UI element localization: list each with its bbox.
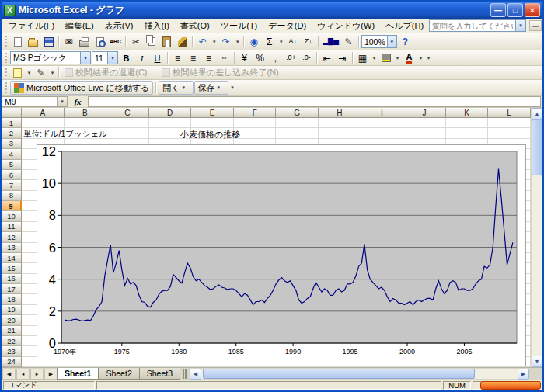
- column-header-L[interactable]: L: [488, 108, 531, 118]
- fill-color-dropdown[interactable]: ▾: [394, 51, 401, 65]
- vertical-scrollbar[interactable]: ▲ ▼: [531, 108, 542, 367]
- sheet-tab-sheet3[interactable]: Sheet3: [139, 368, 180, 380]
- sort-descending-button[interactable]: Z↓: [301, 35, 316, 49]
- review-edit-button[interactable]: ✎: [33, 66, 48, 80]
- column-header-B[interactable]: B: [65, 108, 107, 118]
- scroll-right-button[interactable]: ▶: [518, 369, 529, 380]
- paste-button[interactable]: [159, 35, 174, 49]
- scroll-down-button[interactable]: ▼: [532, 356, 542, 367]
- row-header-9[interactable]: 9: [2, 201, 22, 211]
- toolbar-drag-handle[interactable]: [5, 68, 7, 78]
- column-header-F[interactable]: F: [234, 108, 277, 118]
- tab-split-handle[interactable]: [183, 369, 187, 379]
- vertical-scroll-track[interactable]: [532, 120, 542, 356]
- row-header-12[interactable]: 12: [2, 232, 22, 242]
- toolbar-options-button[interactable]: ▾: [229, 81, 236, 95]
- row-header-19[interactable]: 19: [2, 305, 22, 315]
- sheet-tab-sheet1[interactable]: Sheet1: [57, 368, 99, 380]
- format-painter-button[interactable]: [175, 35, 190, 49]
- row-header-3[interactable]: 3: [2, 139, 22, 149]
- formula-input[interactable]: [88, 96, 541, 107]
- row-header-6[interactable]: 6: [2, 170, 22, 180]
- row-header-4[interactable]: 4: [2, 149, 22, 159]
- menu-view[interactable]: 表示(V): [99, 19, 139, 33]
- horizontal-scroll-thumb[interactable]: [203, 369, 475, 379]
- comma-style-button[interactable]: ,: [268, 51, 283, 65]
- row-header-18[interactable]: 18: [2, 294, 22, 304]
- font-name-dropdown-icon[interactable]: ▾: [80, 52, 90, 64]
- cell-chart-title[interactable]: 小麦価格の推移: [180, 129, 240, 140]
- sort-ascending-button[interactable]: A↓: [285, 35, 300, 49]
- percent-style-button[interactable]: %: [253, 51, 267, 65]
- menu-window[interactable]: ウィンドウ(W): [312, 19, 380, 33]
- next-sheet-button[interactable]: ▸: [30, 369, 44, 380]
- row-header-7[interactable]: 7: [2, 180, 22, 190]
- office-live-save-button[interactable]: 保存 ▾: [194, 81, 228, 95]
- insert-function-button[interactable]: fx: [68, 96, 88, 107]
- row-header-16[interactable]: 16: [2, 274, 22, 284]
- new-workbook-button[interactable]: [10, 35, 25, 49]
- currency-style-button[interactable]: ¥: [237, 51, 252, 65]
- row-header-8[interactable]: 8: [2, 191, 22, 201]
- row-header-1[interactable]: 1: [2, 118, 22, 128]
- help-button[interactable]: ?: [398, 35, 413, 49]
- print-button[interactable]: [77, 35, 92, 49]
- font-color-dropdown[interactable]: ▾: [417, 51, 424, 65]
- font-color-button[interactable]: A: [402, 51, 417, 65]
- name-box-dropdown-icon[interactable]: ▾: [58, 96, 68, 107]
- toolbar-drag-handle[interactable]: [5, 82, 7, 93]
- close-button[interactable]: ✕: [525, 3, 540, 17]
- row-header-22[interactable]: 22: [2, 336, 22, 346]
- row-header-15[interactable]: 15: [2, 263, 22, 273]
- select-all-corner[interactable]: [2, 108, 22, 118]
- font-name-combo[interactable]: MS Pゴシック ▾: [10, 51, 91, 64]
- save-button[interactable]: [41, 35, 56, 49]
- review-note-dropdown[interactable]: ▾: [26, 66, 33, 80]
- font-size-combo[interactable]: 11 ▾: [92, 51, 118, 64]
- horizontal-scroll-track[interactable]: [201, 369, 518, 380]
- column-header-J[interactable]: J: [403, 108, 446, 118]
- borders-dropdown[interactable]: ▾: [371, 51, 378, 65]
- row-header-13[interactable]: 13: [2, 243, 22, 253]
- question-dropdown-icon[interactable]: ▾: [515, 20, 525, 31]
- minimize-button[interactable]: —: [490, 3, 506, 17]
- wheat-price-chart[interactable]: 0246810121970年19751980198519901995200020…: [37, 144, 526, 366]
- scroll-left-button[interactable]: ◀: [190, 369, 201, 380]
- row-header-2[interactable]: 2: [2, 128, 22, 138]
- row-header-17[interactable]: 17: [2, 284, 22, 294]
- underline-button[interactable]: U: [150, 51, 165, 65]
- scroll-up-button[interactable]: ▲: [532, 108, 542, 120]
- name-box[interactable]: M9: [2, 96, 58, 107]
- column-header-K[interactable]: K: [446, 108, 489, 118]
- menu-insert[interactable]: 挿入(I): [138, 19, 174, 33]
- email-button[interactable]: ✉: [61, 35, 76, 49]
- chart-wizard-button[interactable]: ▂▇▅: [321, 35, 340, 49]
- hyperlink-button[interactable]: ◉: [246, 35, 261, 49]
- menu-format[interactable]: 書式(O): [175, 19, 215, 33]
- toolbar-drag-handle[interactable]: [5, 53, 7, 63]
- row-header-11[interactable]: 11: [2, 222, 22, 232]
- cut-button[interactable]: ✂: [128, 35, 143, 49]
- merge-center-button[interactable]: ⇔: [217, 51, 232, 65]
- redo-button[interactable]: ↷: [218, 35, 233, 49]
- first-sheet-button[interactable]: ◀: [2, 369, 16, 380]
- zoom-combo[interactable]: 100% ▾: [361, 35, 397, 48]
- cell-unit-label[interactable]: 単位:ドル/1ブッシェル: [23, 129, 107, 140]
- menu-file[interactable]: ファイル(F): [3, 19, 60, 33]
- undo-dropdown[interactable]: ▾: [211, 35, 218, 49]
- toolbar-options-button[interactable]: ▾: [425, 51, 432, 65]
- decrease-decimal-button[interactable]: .0-: [299, 51, 314, 65]
- row-header-10[interactable]: 10: [2, 211, 22, 221]
- align-right-button[interactable]: ≡: [201, 51, 216, 65]
- row-header-21[interactable]: 21: [2, 326, 22, 336]
- column-header-E[interactable]: E: [191, 108, 234, 118]
- row-header-20[interactable]: 20: [2, 315, 22, 325]
- menu-edit[interactable]: 編集(E): [60, 19, 99, 33]
- row-header-5[interactable]: 5: [2, 160, 22, 170]
- workbook-minimize-button[interactable]: —: [529, 20, 542, 31]
- autosum-button[interactable]: Σ: [262, 35, 277, 49]
- toolbar-drag-handle[interactable]: [5, 36, 7, 47]
- vertical-scroll-thumb[interactable]: [532, 120, 542, 175]
- review-edit-dropdown[interactable]: ▾: [49, 66, 56, 80]
- stash-review-results-button[interactable]: 校閲結果の退避(C)...: [61, 66, 158, 80]
